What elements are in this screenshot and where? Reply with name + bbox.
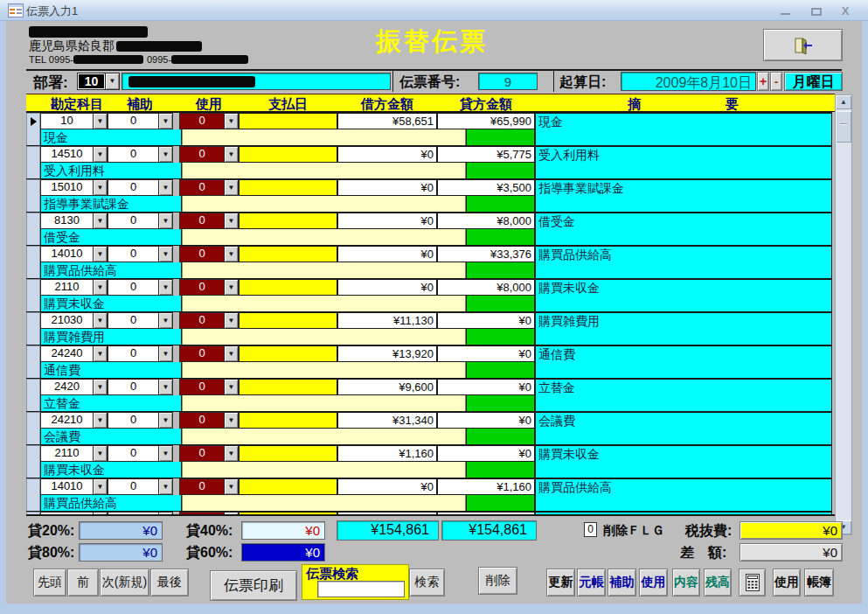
maximize-button[interactable] xyxy=(807,5,826,17)
print-voucher-button[interactable]: 伝票印刷 xyxy=(210,570,297,601)
aux-combo[interactable]: 0▼ xyxy=(108,412,173,429)
auxiliary-button[interactable]: 補助 xyxy=(608,569,636,597)
credit-amount-field[interactable]: ¥3,500 xyxy=(437,179,535,196)
usage2-button[interactable]: 使用 xyxy=(773,569,801,597)
chevron-down-icon[interactable]: ▼ xyxy=(158,446,172,461)
vertical-scrollbar[interactable]: ▲ ▼ xyxy=(835,94,852,535)
minimize-button[interactable] xyxy=(776,5,795,17)
chevron-down-icon[interactable]: ▼ xyxy=(224,147,238,162)
aux-combo[interactable]: 0▼ xyxy=(108,279,173,296)
aux-combo[interactable]: 0▼ xyxy=(108,179,173,196)
pay-date-field[interactable] xyxy=(239,379,337,395)
prev-record-button[interactable]: 前 xyxy=(67,569,99,597)
record-selector[interactable] xyxy=(26,312,40,345)
date-plus-button[interactable]: + xyxy=(757,72,769,91)
chevron-down-icon[interactable]: ▼ xyxy=(158,346,172,361)
chevron-down-icon[interactable]: ▼ xyxy=(158,380,172,394)
search-button[interactable]: 検索 xyxy=(409,569,445,597)
chevron-down-icon[interactable]: ▼ xyxy=(224,247,238,262)
credit-amount-field[interactable]: ¥65,990 xyxy=(437,113,535,129)
pay-date-field[interactable] xyxy=(239,246,337,262)
summary-field[interactable]: 現金 xyxy=(535,113,832,146)
chevron-down-icon[interactable]: ▼ xyxy=(158,313,172,328)
debit-amount-field[interactable]: ¥0 xyxy=(337,146,437,163)
pay-date-field[interactable] xyxy=(239,113,337,129)
update-button[interactable]: 更新 xyxy=(546,569,575,597)
chevron-down-icon[interactable]: ▼ xyxy=(224,313,238,328)
content-button[interactable]: 内容 xyxy=(672,569,700,597)
calculator-button[interactable] xyxy=(739,569,766,597)
debit-amount-field[interactable]: ¥0 xyxy=(337,213,437,229)
credit-amount-field[interactable]: ¥0 xyxy=(437,312,535,329)
department-name-field[interactable] xyxy=(122,73,391,90)
account-combo[interactable]: 2110▼ xyxy=(40,445,108,462)
account-combo[interactable]: 14010▼ xyxy=(40,246,108,262)
chevron-down-icon[interactable]: ▼ xyxy=(158,114,172,129)
chevron-down-icon[interactable]: ▼ xyxy=(93,114,107,129)
account-combo[interactable]: 14510▼ xyxy=(40,146,108,163)
summary-field[interactable]: 購買品供給高 xyxy=(535,246,832,279)
summary-field[interactable]: 立替金 xyxy=(535,379,832,412)
scroll-up-icon[interactable]: ▲ xyxy=(836,95,851,109)
tax-field[interactable]: ¥0 xyxy=(740,521,843,540)
chevron-down-icon[interactable]: ▼ xyxy=(224,380,238,394)
summary-field[interactable]: 通信費 xyxy=(535,345,832,379)
record-selector[interactable] xyxy=(26,445,40,478)
credit-amount-field[interactable]: ¥0 xyxy=(437,345,535,362)
aux-combo[interactable]: 0▼ xyxy=(108,113,173,129)
chevron-down-icon[interactable]: ▼ xyxy=(93,380,107,394)
pay-date-field[interactable] xyxy=(239,478,337,495)
exit-button[interactable] xyxy=(763,29,843,61)
use-combo[interactable]: 0▼ xyxy=(179,345,239,362)
use-combo[interactable]: 0▼ xyxy=(179,246,239,262)
chevron-down-icon[interactable]: ▼ xyxy=(93,479,107,494)
usage-button[interactable]: 使用 xyxy=(639,569,668,597)
record-selector[interactable] xyxy=(26,113,40,146)
account-combo[interactable]: 2420▼ xyxy=(40,379,108,395)
debit-amount-field[interactable]: ¥9,600 xyxy=(337,379,437,395)
account-combo[interactable]: 15010▼ xyxy=(40,179,108,196)
close-button[interactable]: X xyxy=(836,5,855,17)
pay-date-field[interactable] xyxy=(239,279,337,296)
pay-date-field[interactable] xyxy=(239,345,337,362)
record-selector[interactable] xyxy=(26,279,40,312)
scrollbar-thumb[interactable] xyxy=(836,111,851,143)
chevron-down-icon[interactable]: ▼ xyxy=(105,73,119,89)
summary-field[interactable]: 購買雑費用 xyxy=(535,312,832,345)
summary-field[interactable]: 購買品供給高 xyxy=(535,478,832,512)
next-record-button[interactable]: 次(新規) xyxy=(100,569,149,597)
books-button[interactable]: 帳簿 xyxy=(804,569,834,597)
use-combo[interactable]: 0▼ xyxy=(179,478,239,495)
debit-amount-field[interactable]: ¥58,651 xyxy=(337,113,437,129)
account-combo[interactable]: 24240▼ xyxy=(40,345,108,362)
aux-combo[interactable]: 0▼ xyxy=(108,312,173,329)
record-selector[interactable] xyxy=(26,213,40,246)
department-combo[interactable]: 10 ▼ xyxy=(77,73,120,90)
record-selector[interactable] xyxy=(26,146,40,179)
use-combo[interactable]: 0▼ xyxy=(179,412,239,429)
chevron-down-icon[interactable]: ▼ xyxy=(158,280,172,295)
balance-button[interactable]: 残高 xyxy=(704,569,732,597)
voucher-search-input[interactable] xyxy=(317,581,405,597)
chevron-down-icon[interactable]: ▼ xyxy=(224,446,238,461)
chevron-down-icon[interactable]: ▼ xyxy=(93,213,107,228)
last-record-button[interactable]: 最後 xyxy=(150,569,189,597)
chevron-down-icon[interactable]: ▼ xyxy=(158,180,172,195)
aux-combo[interactable]: 0▼ xyxy=(108,213,173,229)
chevron-down-icon[interactable]: ▼ xyxy=(224,213,238,228)
pay-date-field[interactable] xyxy=(239,179,337,196)
summary-field[interactable]: 購買未収金 xyxy=(535,279,832,312)
debit-amount-field[interactable]: ¥1,160 xyxy=(337,445,437,462)
record-selector[interactable] xyxy=(26,412,40,445)
account-combo[interactable]: 21030▼ xyxy=(40,312,108,329)
chevron-down-icon[interactable]: ▼ xyxy=(93,247,107,262)
aux-combo[interactable]: 0▼ xyxy=(108,246,173,262)
credit-amount-field[interactable]: ¥1,160 xyxy=(437,478,535,495)
chevron-down-icon[interactable]: ▼ xyxy=(158,147,172,162)
use-combo[interactable]: 0▼ xyxy=(179,445,239,462)
summary-field[interactable]: 借受金 xyxy=(535,213,832,246)
date-minus-button[interactable]: - xyxy=(770,72,782,91)
chevron-down-icon[interactable]: ▼ xyxy=(158,413,172,428)
credit-amount-field[interactable]: ¥8,000 xyxy=(437,279,535,296)
delete-flag-checkbox[interactable]: 0 xyxy=(584,522,597,537)
